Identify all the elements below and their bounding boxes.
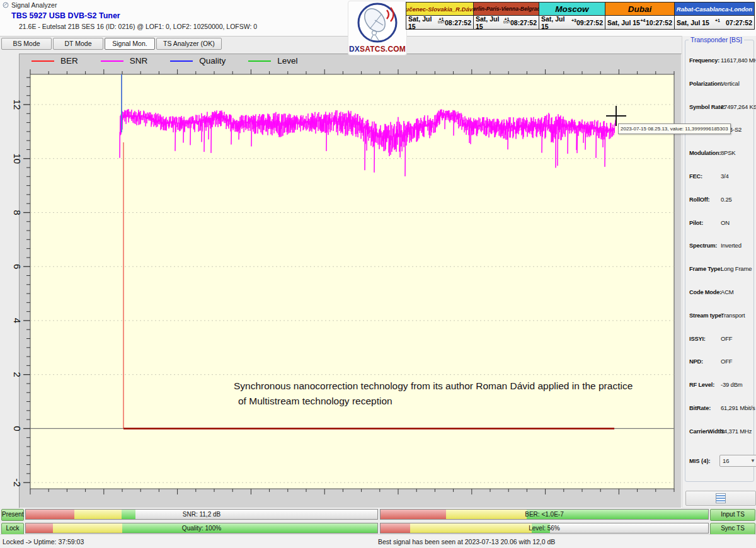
transponder-panel: Transponder [BS] Frequency:11617,840 MHz… [682,36,756,507]
tp-value: OFF [721,335,732,342]
svg-text:0: 0 [12,426,23,431]
tp-row-spectrum: Spectrum:Inverted [689,242,753,249]
tp-row-stream-type: Stream type:Transport [689,312,753,319]
svg-text:12: 12 [12,100,23,110]
mis-row: MIS (4): 16 ▼ [689,457,752,464]
mis-select[interactable]: 16 ▼ [719,455,756,467]
legend-snr: SNR [101,56,148,66]
clock-moscow: MoscowSat, Jul 15+309:27:52 [539,2,605,30]
tp-label: Polarization: [689,81,721,87]
tp-row-npd: NPD:OFF [689,358,753,365]
tp-row-issyi: ISSYI:OFF [689,335,753,342]
clock-time: 08:27:52 [510,19,537,26]
clock-city-header: Dubai [605,3,674,16]
transponder-title: Transponder [BS] [689,36,744,43]
tp-row-carrierwidth: CarrierWidth:34,371 MHz [689,428,753,435]
sync-ts-button[interactable]: Sync TS [710,523,755,535]
tp-value: -39 dBm [721,381,743,388]
svg-text:8: 8 [12,210,23,215]
annotation-line-1: Synchronous nanocorrection technology fr… [234,379,633,394]
tp-row-rf-level: RF Level:-39 dBm [689,381,753,388]
annotation-line-2: of Multistream technology reception [238,394,633,409]
tp-row-frame-type: Frame Type:Long Frame [689,265,753,272]
clock-utc-offset: +1 [715,19,720,22]
lock-button[interactable]: Lock [1,523,24,535]
tp-label: Frame Type: [689,266,721,272]
ber-bar: BER: <1.0E-7 [380,509,709,520]
tp-label: BitRate: [689,405,721,411]
clock-time: 07:27:52 [726,19,752,26]
tab-dt-mode[interactable]: DT Mode [53,38,103,50]
clock-date: Sat, Jul 15 [476,15,503,30]
clock-date: Sat, Jul 15 [677,19,709,26]
tp-label: Stream type: [689,312,721,319]
tp-label: Pilot: [689,220,721,226]
tp-value: 3/4 [721,173,729,180]
monitor-row-present: PresentSNR: 11,2 dBBER: <1.0E-7Input TS [0,509,756,520]
tp-label: Symbol Rate: [689,104,721,110]
bar-label: Level: 56% [381,523,708,533]
clock-date: Sat, Jul 15 [408,15,438,30]
input-ts-button[interactable]: Input TS [710,509,755,521]
tp-row-code-mode: Code Mode:ACM [689,288,753,295]
legend-label: Level [277,56,297,66]
tp-row-pilot: Pilot:ON [689,219,753,226]
tab-ts-analyzer-ok[interactable]: TS Analyzer (OK) [156,38,222,50]
tp-row-frequency: Frequency:11617,840 MHz [689,57,753,64]
svg-text:-2: -2 [12,478,23,486]
clock-dubai: DubaiSat, Jul 15+410:27:52 [605,2,675,30]
transponder-groupbox: Transponder [BS] Frequency:11617,840 MHz… [685,40,754,482]
legend-quality: Quality [170,56,226,66]
dxsatcs-logo: DXSATCS.COM [348,1,407,55]
tab-signal-mon[interactable]: Signal Mon. [105,38,155,50]
present-button[interactable]: Present [1,509,24,521]
titlebar: Signal Analyzer [3,1,57,9]
legend-label: SNR [130,56,148,66]
satellite-dish-icon [349,1,406,44]
tp-value: Long Frame [721,265,752,272]
chevron-down-icon: ▼ [750,458,755,464]
tp-label: RF Level: [689,382,721,388]
logo-text: DXSATCS.COM [348,45,406,54]
bar-label: BER: <1.0E-7 [381,510,708,519]
clock-utc-offset: +1DST [438,18,445,24]
legend-ber: BER [32,56,78,66]
status-best-signal: Best signal has been seen at 2023-07-13 … [378,538,555,545]
tp-row-fec: FEC:3/4 [689,173,753,180]
list-icon [716,493,726,503]
snr-bar: SNR: 11,2 dB [25,509,378,520]
signal-analyzer-window: Signal Analyzer TBS 5927 USB DVB-S2 Tune… [0,0,756,548]
quality-bar: Quality: 100% [25,523,378,534]
signal-plot[interactable]: 121086420-2 [0,54,680,507]
legend-line-icon [248,60,271,62]
tp-row-polarization: Polarization:Vertical [689,80,753,87]
tab-bs-mode[interactable]: BS Mode [1,38,52,50]
clock-city-header: Berlin-Paris-Vienna-Belgrade [474,3,539,16]
device-title: TBS 5927 USB DVB-S2 Tuner [11,11,120,20]
clock-rabat-casablanca-london: Rabat-Casablanca-LondonSat, Jul 15+107:2… [674,2,755,30]
bar-label: SNR: 11,2 dB [26,510,377,519]
chart-annotation: Synchronous nanocorrection technology fr… [234,379,633,409]
tp-label: FEC: [689,173,721,180]
svg-text:6: 6 [12,264,23,269]
tp-value: OFF [721,358,732,365]
legend-line-icon [101,60,123,62]
status-lock-uptime: Locked -> Uptime: 37:59:03 [3,538,84,545]
clock-date: Sat, Jul 15 [607,19,640,26]
svg-text:4: 4 [12,318,23,323]
clock-time-row: Sat, Jul 15+309:27:52 [539,16,605,29]
clock-date: Sat, Jul 15 [541,15,571,30]
tp-label: CarrierWidth: [689,428,721,435]
clock-utc-offset: +1DST [503,18,510,24]
legend-level: Level [248,56,297,66]
clock-lu-enec-slovakia-r-d-vid: Lučenec-Slovakia_R.DávidSat, Jul 15+1DST… [406,2,474,30]
clock-time: 10:27:52 [646,19,672,26]
tp-label: NPD: [689,358,721,365]
window-title: Signal Analyzer [11,1,57,9]
tp-label: Spectrum: [689,243,721,249]
clock-time-row: Sat, Jul 15+107:27:52 [675,16,754,29]
clock-time-row: Sat, Jul 15+410:27:52 [605,16,674,29]
tp-label: Modulation: [689,150,721,156]
ts-list-button[interactable] [685,491,756,506]
clock-time: 09:27:52 [576,19,603,26]
